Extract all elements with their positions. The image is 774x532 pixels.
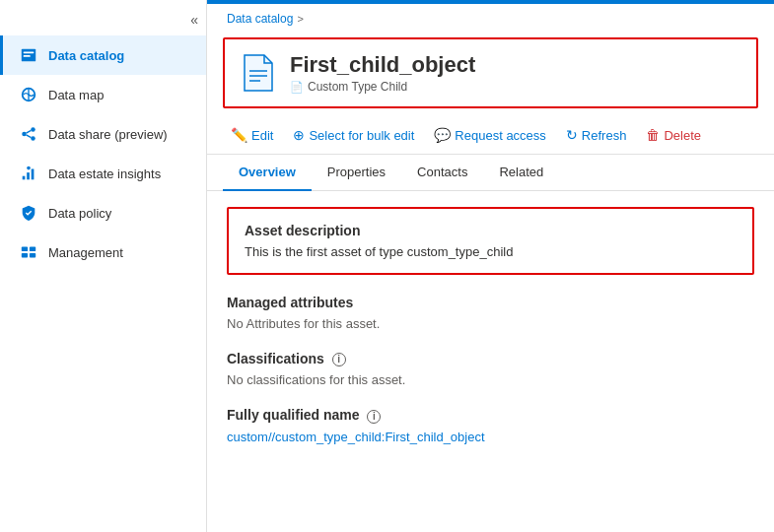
request-access-button[interactable]: 💬 Request access <box>426 122 554 148</box>
sidebar-item-label: Data policy <box>48 206 111 221</box>
fqn-info-icon: i <box>367 410 381 424</box>
sidebar-item-label: Data map <box>48 88 104 102</box>
sidebar-item-label: Data estate insights <box>48 166 161 181</box>
breadcrumb-separator: > <box>297 13 303 25</box>
sidebar-item-data-catalog[interactable]: Data catalog <box>0 35 206 75</box>
svg-rect-16 <box>30 253 35 258</box>
classifications-title: Classifications i <box>227 351 754 366</box>
tabs: Overview Properties Contacts Related <box>207 155 774 191</box>
policy-icon <box>19 203 38 223</box>
svg-point-5 <box>22 132 27 137</box>
asset-type-icon: 📄 <box>290 81 304 94</box>
refresh-label: Refresh <box>582 128 627 143</box>
sidebar-item-label: Data share (preview) <box>48 127 168 142</box>
svg-rect-11 <box>32 169 35 180</box>
asset-file-icon <box>241 51 276 95</box>
asset-type-label: Custom Type Child <box>308 80 407 94</box>
overview-content: Asset description This is the first asse… <box>207 191 774 532</box>
delete-label: Delete <box>664 128 701 143</box>
breadcrumb-item[interactable]: Data catalog <box>227 12 293 26</box>
managed-attributes-empty: No Attributes for this asset. <box>227 316 754 331</box>
sidebar-item-data-estate[interactable]: Data estate insights <box>0 154 206 193</box>
sidebar-collapse: « <box>0 8 206 35</box>
tab-contacts[interactable]: Contacts <box>401 155 483 191</box>
svg-rect-2 <box>24 55 31 57</box>
asset-description-box: Asset description This is the first asse… <box>227 207 754 275</box>
sidebar-item-data-policy[interactable]: Data policy <box>0 193 206 233</box>
request-access-icon: 💬 <box>434 127 451 143</box>
asset-info: First_child_object 📄 Custom Type Child <box>290 52 475 94</box>
svg-point-4 <box>31 127 35 132</box>
description-text: This is the first asset of type custom_t… <box>245 244 737 259</box>
svg-rect-14 <box>30 247 35 252</box>
asset-subtitle: 📄 Custom Type Child <box>290 80 475 94</box>
classifications-empty: No classifications for this asset. <box>227 372 754 387</box>
share-icon <box>19 124 38 144</box>
svg-point-6 <box>31 136 35 141</box>
asset-header-card: First_child_object 📄 Custom Type Child <box>223 37 758 108</box>
sidebar: « Data catalog Data map <box>0 0 207 532</box>
asset-title: First_child_object <box>290 52 475 78</box>
svg-point-12 <box>27 166 31 170</box>
svg-line-7 <box>26 130 31 133</box>
classifications-info-icon: i <box>332 353 346 366</box>
svg-rect-10 <box>27 172 30 179</box>
edit-icon: ✏️ <box>231 127 247 143</box>
sidebar-item-data-map[interactable]: Data map <box>0 75 206 114</box>
map-icon <box>19 85 38 104</box>
fqn-title: Fully qualified name i <box>227 407 754 423</box>
refresh-icon: ↻ <box>566 127 578 143</box>
tab-overview[interactable]: Overview <box>223 155 312 191</box>
main-content: Data catalog > First_child_object 📄 Cust… <box>207 0 774 532</box>
svg-rect-1 <box>24 51 35 53</box>
fqn-section: Fully qualified name i custom//custom_ty… <box>227 407 754 443</box>
request-access-label: Request access <box>455 128 546 143</box>
svg-line-8 <box>26 135 31 138</box>
management-icon <box>19 242 38 262</box>
svg-rect-9 <box>23 176 26 180</box>
tab-related[interactable]: Related <box>483 155 559 191</box>
insights-icon <box>19 164 38 183</box>
edit-button[interactable]: ✏️ Edit <box>223 122 281 148</box>
sidebar-item-label: Data catalog <box>48 48 124 63</box>
delete-icon: 🗑 <box>646 127 660 143</box>
managed-attributes-title: Managed attributes <box>227 295 754 310</box>
bulk-edit-button[interactable]: ⊕ Select for bulk edit <box>285 122 422 148</box>
managed-attributes-section: Managed attributes No Attributes for thi… <box>227 295 754 331</box>
tab-properties[interactable]: Properties <box>312 155 401 191</box>
catalog-icon <box>19 45 38 65</box>
svg-rect-13 <box>22 247 28 252</box>
bulk-edit-label: Select for bulk edit <box>309 128 414 143</box>
description-title: Asset description <box>245 223 737 238</box>
toolbar: ✏️ Edit ⊕ Select for bulk edit 💬 Request… <box>207 116 774 155</box>
delete-button[interactable]: 🗑 Delete <box>638 122 709 148</box>
sidebar-item-management[interactable]: Management <box>0 233 206 272</box>
svg-rect-15 <box>22 253 28 258</box>
sidebar-item-data-share[interactable]: Data share (preview) <box>0 114 206 154</box>
bulk-edit-icon: ⊕ <box>293 127 305 143</box>
classifications-section: Classifications i No classifications for… <box>227 351 754 387</box>
refresh-button[interactable]: ↻ Refresh <box>558 122 635 148</box>
sidebar-item-label: Management <box>48 245 123 260</box>
edit-label: Edit <box>251 128 273 143</box>
sidebar-collapse-button[interactable]: « <box>190 12 198 28</box>
fqn-value[interactable]: custom//custom_type_child:First_child_ob… <box>227 430 754 444</box>
breadcrumb: Data catalog > <box>207 4 774 33</box>
